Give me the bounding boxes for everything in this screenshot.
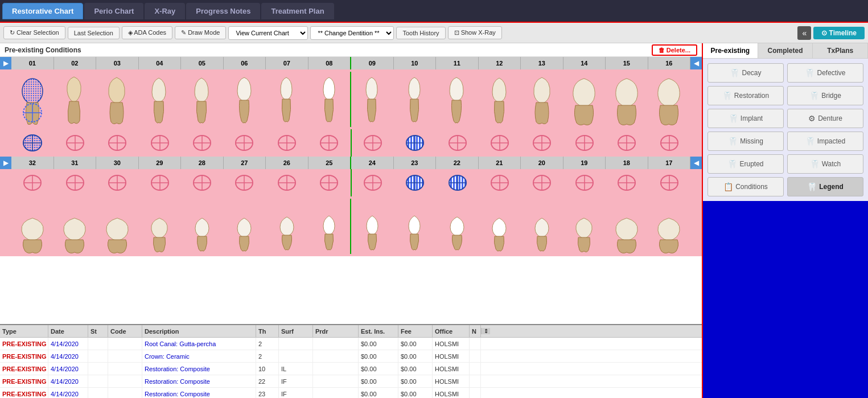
lower-nav-right[interactable]: ◀ (690, 157, 702, 169)
tooth-num-23[interactable]: 23 (394, 157, 437, 169)
table-row[interactable]: PRE-EXISTING 4/14/2020 Restoration: Comp… (0, 388, 702, 398)
tooth-slot-17[interactable] (648, 199, 691, 254)
conditions-button[interactable]: 📋 Conditions (707, 177, 784, 196)
tooth-num-19[interactable]: 19 (563, 157, 606, 169)
upper-nav-left[interactable]: ▶ (0, 57, 11, 69)
bridge-button[interactable]: 🦷 Bridge (787, 86, 863, 105)
lower-nav-left[interactable]: ▶ (0, 157, 11, 169)
occlusal-20[interactable] (521, 169, 563, 196)
ada-codes-button[interactable]: ◈ ADA Codes (122, 26, 172, 39)
show-xray-button[interactable]: ⊡ Show X-Ray (448, 26, 502, 39)
defective-button[interactable]: 🦷 Defective (787, 63, 863, 83)
impacted-button[interactable]: 🦷 Impacted (787, 132, 863, 151)
tooth-slot-15[interactable] (606, 72, 648, 127)
occlusal-13[interactable] (521, 129, 563, 157)
occlusal-29[interactable] (138, 169, 180, 196)
tooth-num-10[interactable]: 10 (394, 57, 437, 69)
occlusal-06[interactable] (223, 129, 265, 157)
occlusal-05[interactable] (181, 129, 223, 157)
tooth-slot-10[interactable] (393, 72, 436, 127)
tab-perio-chart[interactable]: Perio Chart (84, 3, 143, 19)
tooth-slot-01[interactable] (11, 72, 54, 127)
occlusal-19[interactable] (563, 169, 606, 196)
tooth-slot-31[interactable] (54, 199, 97, 254)
tooth-num-03[interactable]: 03 (96, 57, 139, 69)
occlusal-30[interactable] (96, 169, 138, 196)
tooth-slot-21[interactable] (479, 199, 521, 254)
tooth-slot-22[interactable] (436, 199, 479, 254)
collapse-button[interactable]: « (797, 26, 811, 40)
tooth-slot-16[interactable] (648, 72, 690, 127)
timeline-button[interactable]: ⊙ Timeline (813, 27, 865, 39)
tooth-num-02[interactable]: 02 (54, 57, 97, 69)
occlusal-27[interactable] (223, 169, 265, 196)
decay-button[interactable]: 🦷 Decay (707, 63, 784, 83)
tooth-num-28[interactable]: 28 (181, 157, 224, 169)
tooth-slot-18[interactable] (606, 199, 648, 254)
occlusal-21[interactable] (479, 169, 521, 196)
table-row[interactable]: PRE-EXISTING 4/14/2020 Restoration: Comp… (0, 375, 702, 388)
occlusal-16[interactable] (648, 129, 690, 157)
occlusal-31[interactable] (54, 169, 96, 196)
tooth-num-27[interactable]: 27 (224, 157, 266, 169)
occlusal-23[interactable] (394, 169, 436, 196)
tooth-num-09[interactable]: 09 (351, 57, 394, 69)
tooth-slot-29[interactable] (139, 199, 182, 254)
tooth-num-11[interactable]: 11 (436, 57, 479, 69)
tooth-slot-04[interactable] (138, 72, 181, 127)
draw-mode-button[interactable]: ✎ Draw Mode (175, 26, 226, 39)
occlusal-12[interactable] (479, 129, 521, 157)
tooth-num-21[interactable]: 21 (479, 157, 521, 169)
panel-tab-pre-existing[interactable]: Pre-existing (703, 43, 758, 58)
tooth-num-31[interactable]: 31 (54, 157, 97, 169)
tooth-num-13[interactable]: 13 (521, 57, 563, 69)
restoration-button[interactable]: 🦷 Restoration (707, 86, 784, 105)
tooth-slot-14[interactable] (563, 72, 606, 127)
tab-xray[interactable]: X-Ray (145, 3, 185, 19)
tooth-num-18[interactable]: 18 (606, 157, 648, 169)
tab-progress-notes[interactable]: Progress Notes (186, 3, 260, 19)
watch-button[interactable]: 🦷 Watch (787, 154, 863, 174)
occlusal-28[interactable] (181, 169, 223, 196)
table-row[interactable]: PRE-EXISTING 4/14/2020 Root Canal: Gutta… (0, 338, 702, 350)
occlusal-24[interactable] (352, 169, 394, 196)
occlusal-11[interactable] (436, 129, 478, 157)
tooth-slot-13[interactable] (521, 72, 563, 127)
occlusal-03[interactable] (96, 129, 138, 157)
tooth-slot-20[interactable] (521, 199, 563, 254)
tooth-num-22[interactable]: 22 (436, 157, 479, 169)
tooth-num-12[interactable]: 12 (479, 57, 521, 69)
tooth-num-14[interactable]: 14 (563, 57, 606, 69)
occlusal-18[interactable] (606, 169, 648, 196)
tooth-slot-24[interactable] (351, 199, 394, 254)
tooth-slot-09[interactable] (351, 72, 394, 127)
tooth-slot-28[interactable] (181, 199, 224, 254)
occlusal-10[interactable] (394, 129, 436, 157)
occlusal-09[interactable] (352, 129, 394, 157)
tooth-slot-03[interactable] (96, 72, 138, 127)
tooth-num-20[interactable]: 20 (521, 157, 563, 169)
tooth-slot-32[interactable] (11, 199, 54, 254)
missing-button[interactable]: 🦷 Missing (707, 132, 784, 151)
panel-tab-txplans[interactable]: TxPlans (813, 43, 868, 58)
tooth-slot-05[interactable] (180, 72, 223, 127)
clear-selection-button[interactable]: ↻ Clear Selection (3, 26, 65, 39)
implant-button[interactable]: 🦷 Implant (707, 109, 784, 128)
table-body[interactable]: PRE-EXISTING 4/14/2020 Root Canal: Gutta… (0, 338, 702, 398)
tooth-slot-19[interactable] (563, 199, 606, 254)
occlusal-26[interactable] (266, 169, 308, 196)
occlusal-25[interactable] (308, 169, 351, 196)
table-row[interactable]: PRE-EXISTING 4/14/2020 Restoration: Comp… (0, 363, 702, 375)
occlusal-15[interactable] (606, 129, 648, 157)
tooth-slot-02[interactable] (54, 72, 96, 127)
tooth-num-26[interactable]: 26 (266, 157, 308, 169)
tooth-slot-30[interactable] (96, 199, 139, 254)
occlusal-01[interactable] (11, 129, 54, 157)
tooth-history-button[interactable]: Tooth History (396, 27, 445, 39)
tooth-slot-11[interactable] (436, 72, 479, 127)
tooth-num-29[interactable]: 29 (139, 157, 182, 169)
panel-tab-completed[interactable]: Completed (758, 43, 813, 58)
erupted-button[interactable]: 🦷 Erupted (707, 154, 784, 174)
tab-treatment-plan[interactable]: Treatment Plan (261, 3, 334, 19)
tooth-num-01[interactable]: 01 (11, 57, 54, 69)
